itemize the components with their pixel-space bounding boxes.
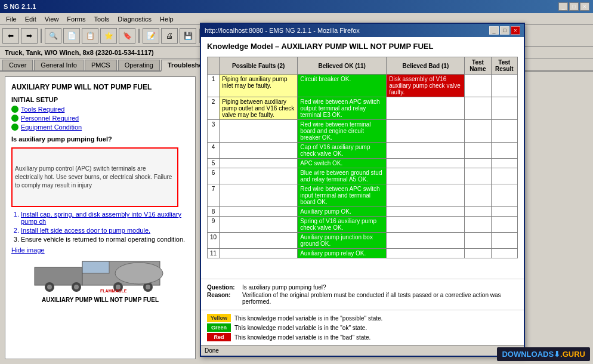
hide-image-link[interactable]: Hide image: [11, 246, 189, 254]
tab-operating[interactable]: Operating: [118, 60, 160, 70]
green-dot-equipment: [11, 124, 18, 131]
toolbar-separator-2: [138, 29, 140, 43]
table-row: 5APC switch OK.: [208, 159, 518, 168]
tab-general-info[interactable]: General Info: [34, 60, 84, 70]
firefox-title: http://localhost:8080 - EMS NG 2.1.1 - M…: [205, 27, 360, 34]
row-num: 7: [208, 184, 220, 207]
legend-green: Green This knowledge model variable is i…: [207, 323, 518, 332]
row-test-name: [465, 217, 491, 233]
menu-help[interactable]: Help: [156, 14, 177, 24]
toolbar-btn-8[interactable]: 📝: [143, 28, 159, 44]
menu-file[interactable]: File: [2, 14, 20, 24]
toolbar-btn-2[interactable]: ➡: [21, 28, 38, 44]
row-bad: [387, 249, 465, 258]
row-test-result: [491, 143, 517, 159]
row-ok: APC switch OK.: [298, 159, 387, 168]
menu-edit[interactable]: Edit: [21, 14, 40, 24]
step-2[interactable]: Install left side access door to pump mo…: [21, 227, 189, 234]
truck-image: FLAMMABLE: [11, 254, 189, 295]
row-bad: [387, 143, 465, 159]
row-ok: Red wire between APC switch input termin…: [298, 184, 387, 207]
firefox-minimize[interactable]: _: [489, 26, 499, 35]
row-test-name: [465, 249, 491, 258]
row-ok: Circuit breaker OK.: [298, 75, 387, 97]
row-test-result: [491, 120, 517, 143]
row-num: 6: [208, 168, 220, 184]
svg-point-11: [115, 263, 163, 284]
table-row: 7Red wire between APC switch input termi…: [208, 184, 518, 207]
step-1[interactable]: Install cap, spring, and disk assembly i…: [21, 211, 189, 225]
row-test-name: [465, 97, 491, 120]
green-dot-tools: [11, 106, 18, 113]
firefox-window-buttons: _ □ ×: [489, 26, 520, 35]
row-num: 8: [208, 207, 220, 217]
toolbar-btn-1[interactable]: ⬅: [2, 28, 19, 44]
row-test-name: [465, 168, 491, 184]
table-row: 4Cap of V16 auxiliary pump check valve O…: [208, 143, 518, 159]
menu-view[interactable]: View: [41, 14, 63, 24]
equipment-condition-link[interactable]: Equipment Condition: [21, 124, 82, 131]
toolbar-btn-3[interactable]: 🔍: [45, 28, 61, 44]
row-ok: Auxiliary pump junction box ground OK.: [298, 233, 387, 249]
menu-diagnostics[interactable]: Diagnostics: [114, 14, 155, 24]
row-test-name: [465, 184, 491, 207]
legend-yellow-text: This knowledge model variable is in the …: [234, 315, 382, 322]
svg-text:FLAMMABLE: FLAMMABLE: [100, 289, 127, 293]
watermark-guru: .GURU: [560, 350, 585, 359]
image-box: Auxiliary pump control (APC) switch term…: [11, 147, 178, 207]
row-test-result: [491, 217, 517, 233]
km-table: Possible Faults (2) Believed OK (11) Bel…: [207, 57, 518, 258]
table-row: 3Red wire between terminal board and eng…: [208, 120, 518, 143]
menu-tools[interactable]: Tools: [91, 14, 113, 24]
row-test-result: [491, 75, 517, 97]
maximize-button[interactable]: □: [569, 2, 579, 11]
row-test-result: [491, 168, 517, 184]
toolbar-btn-7[interactable]: 🔖: [119, 28, 135, 44]
firefox-close[interactable]: ×: [511, 26, 520, 35]
legend-red-box: Red: [207, 333, 231, 341]
row-fault: [220, 120, 298, 143]
minimize-button[interactable]: _: [558, 2, 568, 11]
toolbar-btn-10[interactable]: 💾: [180, 28, 196, 44]
km-content: Knowledge Model – AUXILIARY PUMP WILL NO…: [201, 37, 524, 279]
close-button[interactable]: ×: [580, 2, 589, 11]
row-ok: Spring of V16 auxiliary pump check valve…: [298, 217, 387, 233]
truck-caption: AUXILIARY PUMP WILL NOT PUMP FUEL: [11, 297, 189, 303]
setup-item-equipment: Equipment Condition: [11, 124, 189, 131]
app-window: S NG 2.1.1 _ □ × File Edit View Forms To…: [0, 0, 593, 364]
legend-green-text: This knowledge model variable is in the …: [234, 325, 367, 331]
row-ok: Auxiliary pump OK.: [298, 207, 387, 217]
firefox-maximize[interactable]: □: [500, 26, 509, 35]
personnel-required-link[interactable]: Personnel Required: [21, 115, 79, 122]
row-bad: [387, 184, 465, 207]
row-bad: [387, 120, 465, 143]
tab-cover[interactable]: Cover: [2, 60, 33, 70]
row-num: 1: [208, 75, 220, 97]
toolbar-btn-9[interactable]: 🖨: [161, 28, 178, 44]
title-bar: S NG 2.1.1 _ □ ×: [0, 0, 593, 13]
tab-pmcs[interactable]: PMCS: [85, 60, 117, 70]
row-fault: [220, 207, 298, 217]
table-row: 10Auxiliary pump junction box ground OK.: [208, 233, 518, 249]
row-ok: Auxiliary pump relay OK.: [298, 249, 387, 258]
table-row: 1Piping for auxiliary pump inlet may be …: [208, 75, 518, 97]
legend-green-box: Green: [207, 323, 231, 332]
table-row: 8Auxiliary pump OK.: [208, 207, 518, 217]
main-heading: AUXILIARY PUMP WILL NOT PUMP FUEL: [11, 83, 189, 91]
legend-yellow: Yellow This knowledge model variable is …: [207, 314, 518, 322]
row-fault: [220, 184, 298, 207]
firefox-window: http://localhost:8080 - EMS NG 2.1.1 - M…: [200, 23, 525, 357]
row-num: 10: [208, 233, 220, 249]
tools-required-link[interactable]: Tools Required: [21, 106, 64, 113]
menu-forms[interactable]: Forms: [63, 14, 89, 24]
row-test-result: [491, 159, 517, 168]
toolbar-btn-4[interactable]: 📄: [63, 28, 80, 44]
toolbar-btn-5[interactable]: 📋: [82, 28, 98, 44]
km-question-label: Question:: [207, 284, 240, 291]
svg-point-5: [74, 285, 79, 289]
row-test-name: [465, 207, 491, 217]
toolbar-separator-1: [41, 29, 42, 43]
toolbar-btn-6[interactable]: ⭐: [100, 28, 117, 44]
row-test-result: [491, 249, 517, 258]
col-believed-bad: Believed Bad (1): [387, 57, 465, 75]
